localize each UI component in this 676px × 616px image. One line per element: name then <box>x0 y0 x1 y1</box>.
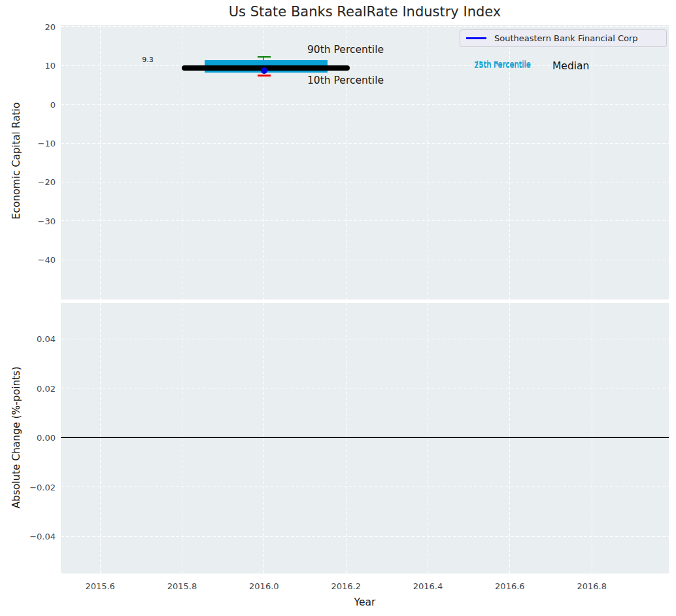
x-tick-label: 2016.4 <box>413 582 443 590</box>
gridline-horizontal <box>61 388 669 388</box>
x-tick-label: 2016.2 <box>331 582 361 590</box>
y-tick-label: 0.04 <box>22 335 56 343</box>
gridline-horizontal <box>61 339 669 339</box>
bottom-panel <box>61 303 669 573</box>
x-tick-label: 2016.8 <box>577 582 607 590</box>
annotation-10th-percentile: 10th Percentile <box>307 75 384 87</box>
y-tick-label: −20 <box>22 178 56 186</box>
y-axis-label-top: Economic Capital Ratio <box>10 102 22 219</box>
x-axis-label: Year <box>354 596 376 608</box>
figure: Us State Banks RealRate Industry Index S… <box>0 0 676 616</box>
gridline-horizontal <box>61 536 669 537</box>
zero-line <box>61 437 669 438</box>
gridline-vertical <box>100 25 101 299</box>
x-tick-label: 2016.0 <box>249 582 279 590</box>
y-tick-label: 0.02 <box>22 384 56 392</box>
annotation-median: Median <box>552 60 589 73</box>
legend-label: Southeastern Bank Financial Corp <box>494 33 638 43</box>
y-tick-label: 0.00 <box>22 434 56 442</box>
annotation-25th-percentile: 25th Percentile <box>474 61 531 71</box>
y-tick-label: 10 <box>22 61 56 70</box>
x-tick-label: 2016.6 <box>495 582 525 590</box>
gridline-horizontal <box>61 26 669 27</box>
y-tick-label: −0.02 <box>22 483 56 491</box>
p10-whisker-cap <box>258 75 271 77</box>
gridline-horizontal <box>61 104 669 105</box>
y-axis-label-bottom: Absolute Change (%-points) <box>10 367 22 509</box>
gridline-horizontal <box>61 143 669 144</box>
y-tick-label: −0.04 <box>22 532 56 541</box>
y-tick-label: −30 <box>22 216 56 225</box>
gridline-horizontal <box>61 260 669 260</box>
y-tick-label: 0 <box>22 100 56 109</box>
gridline-horizontal <box>61 220 669 221</box>
gridline-horizontal <box>61 182 669 182</box>
annotation-median-value: 9.3 <box>136 56 160 64</box>
x-tick-label: 2015.8 <box>167 582 197 590</box>
legend: Southeastern Bank Financial Corp <box>460 29 667 47</box>
gridline-vertical <box>592 25 592 299</box>
p90-whisker-cap <box>258 56 271 58</box>
y-tick-label: −40 <box>22 256 56 264</box>
x-tick-label: 2015.6 <box>85 582 115 590</box>
y-tick-label: 20 <box>22 22 56 31</box>
gridline-horizontal <box>61 487 669 487</box>
chart-title: Us State Banks RealRate Industry Index <box>61 4 669 20</box>
company-marker <box>261 67 267 74</box>
y-tick-label: −10 <box>22 139 56 148</box>
annotation-90th-percentile: 90th Percentile <box>307 44 384 56</box>
legend-line-sample <box>466 37 486 39</box>
gridline-vertical <box>428 25 428 299</box>
